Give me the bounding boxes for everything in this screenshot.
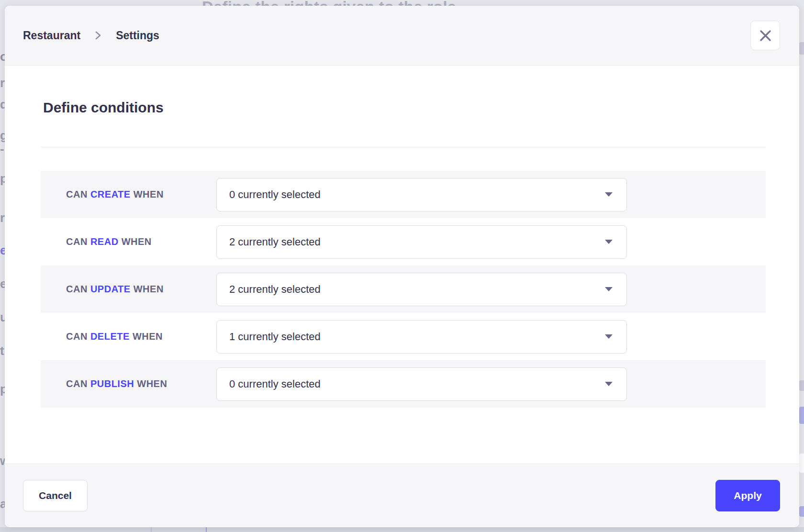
condition-row-update: CAN UPDATE WHEN 2 currently selected: [41, 266, 766, 313]
breadcrumb-item-settings: Settings: [116, 29, 159, 42]
row-label: CAN DELETE WHEN: [41, 331, 216, 342]
apply-button[interactable]: Apply: [715, 480, 780, 511]
close-icon: [759, 29, 772, 42]
background-bottom-strip: [0, 527, 804, 532]
background-ui-fragment: [799, 454, 804, 473]
modal-header: Restaurant Settings: [5, 6, 799, 66]
label-suffix: WHEN: [122, 236, 152, 247]
background-text-fragment: ai: [0, 497, 5, 511]
label-action: PUBLISH: [90, 378, 134, 389]
background-table-divider: [151, 527, 152, 532]
label-action: UPDATE: [90, 284, 131, 294]
row-label: CAN READ WHEN: [41, 236, 216, 247]
breadcrumb: Restaurant Settings: [23, 29, 159, 42]
label-prefix: CAN: [66, 189, 88, 200]
background-text-fragment: w: [0, 454, 5, 468]
chevron-down-icon: [605, 334, 613, 339]
modal-body: Define conditions CAN CREATE WHEN 0 curr…: [5, 66, 799, 464]
row-label: CAN PUBLISH WHEN: [41, 378, 216, 389]
conditions-list: CAN CREATE WHEN 0 currently selected CAN…: [41, 171, 766, 408]
select-value: 2 currently selected: [229, 283, 321, 296]
title-divider: [41, 147, 766, 147]
label-action: DELETE: [90, 331, 130, 342]
label-suffix: WHEN: [134, 189, 164, 200]
update-conditions-select[interactable]: 2 currently selected: [216, 273, 627, 306]
modal-footer: Cancel Apply: [5, 464, 799, 527]
background-text-fragment: -: [0, 142, 4, 156]
conditions-modal: Restaurant Settings Define conditions CA…: [5, 6, 799, 527]
chevron-down-icon: [605, 240, 613, 244]
background-text-fragment: r: [0, 211, 5, 225]
row-label: CAN CREATE WHEN: [41, 189, 216, 200]
background-text-fragment: ti: [0, 344, 5, 358]
background-text-fragment: d: [0, 97, 5, 112]
label-action: READ: [90, 236, 119, 247]
label-prefix: CAN: [66, 331, 88, 342]
background-table-divider: [206, 527, 207, 532]
chevron-down-icon: [605, 192, 613, 197]
background-text-fragment: e: [0, 243, 5, 258]
background-ui-fragment: [799, 42, 804, 55]
chevron-down-icon: [605, 382, 613, 386]
select-value: 1 currently selected: [229, 331, 321, 343]
chevron-right-icon: [94, 31, 102, 40]
background-ui-fragment: [799, 506, 804, 517]
label-prefix: CAN: [66, 236, 88, 247]
background-text-fragment: er: [0, 277, 5, 291]
background-text-fragment: p: [0, 171, 5, 186]
create-conditions-select[interactable]: 0 currently selected: [216, 178, 627, 211]
dialog-title: Define conditions: [43, 99, 799, 116]
cancel-button[interactable]: Cancel: [23, 480, 88, 511]
condition-row-read: CAN READ WHEN 2 currently selected: [41, 218, 766, 266]
chevron-down-icon: [605, 287, 613, 291]
publish-conditions-select[interactable]: 0 currently selected: [216, 367, 627, 401]
select-value: 2 currently selected: [229, 236, 321, 248]
label-suffix: WHEN: [133, 331, 163, 342]
background-text-fragment: p: [0, 382, 5, 397]
background-text-fragment: ol: [0, 49, 5, 64]
background-right-sliver: [799, 0, 804, 527]
label-suffix: WHEN: [134, 284, 164, 294]
row-label: CAN UPDATE WHEN: [41, 284, 216, 295]
select-value: 0 currently selected: [229, 378, 321, 390]
background-left-sliver: olrdg-preerutipwai: [0, 0, 5, 527]
label-suffix: WHEN: [137, 378, 167, 389]
background-ui-fragment: [799, 380, 804, 391]
close-button[interactable]: [750, 21, 780, 50]
select-value: 0 currently selected: [229, 188, 321, 201]
condition-row-publish: CAN PUBLISH WHEN 0 currently selected: [41, 360, 766, 408]
label-prefix: CAN: [66, 378, 88, 389]
background-text-fragment: u: [0, 310, 5, 325]
read-conditions-select[interactable]: 2 currently selected: [216, 225, 627, 259]
delete-conditions-select[interactable]: 1 currently selected: [216, 320, 627, 354]
condition-row-delete: CAN DELETE WHEN 1 currently selected: [41, 313, 766, 360]
background-text-fragment: g: [0, 128, 5, 143]
condition-row-create: CAN CREATE WHEN 0 currently selected: [41, 171, 766, 218]
label-action: CREATE: [90, 189, 131, 200]
label-prefix: CAN: [66, 284, 88, 294]
background-ui-fragment: [799, 407, 804, 424]
breadcrumb-item-restaurant: Restaurant: [23, 29, 80, 42]
background-text-fragment: r: [0, 76, 5, 90]
